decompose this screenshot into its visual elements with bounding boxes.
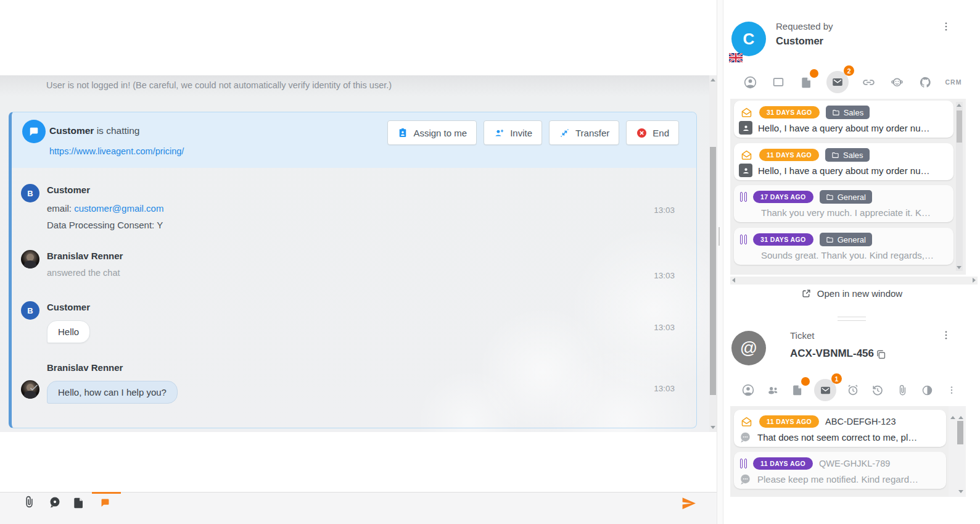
message-event: answered the chat <box>47 268 120 278</box>
more-tabs-icon[interactable] <box>944 382 960 398</box>
email-label: email: <box>47 203 72 214</box>
contact-list-hscrollbar[interactable] <box>730 277 978 285</box>
contact-list-scrollbar[interactable] <box>956 102 963 271</box>
assign-to-me-label: Assign to me <box>413 128 467 138</box>
session-url-link[interactable]: https://www.liveagent.com/pricing/ <box>49 146 184 156</box>
copy-icon[interactable] <box>875 349 887 360</box>
ticket-preview: Sounds great. Thank you. Kind regards,… <box>761 250 947 260</box>
attach-file-icon[interactable] <box>22 495 36 509</box>
chat-message-tab-icon[interactable] <box>48 496 62 509</box>
related-ticket-card[interactable]: 11 DAYS AGO QWE-GHJKL-789 Please keep me… <box>734 452 946 489</box>
crm-label: CRM <box>945 78 961 86</box>
attachments-tab-icon[interactable] <box>894 382 910 398</box>
session-actions: Assign to me Invite Transfer End <box>387 120 679 145</box>
chat-scrollbar[interactable] <box>709 75 717 432</box>
sla-tab-icon[interactable] <box>919 382 935 398</box>
ticket-card[interactable]: 17 DAYS AGO General Thank you very much.… <box>734 185 953 222</box>
scrollbar-thumb[interactable] <box>957 421 963 444</box>
contact-menu-button[interactable] <box>941 21 952 32</box>
history-tab-icon[interactable] <box>870 382 886 398</box>
ticket-card[interactable]: 11 DAYS AGO Sales Hello, I have a query … <box>734 143 953 180</box>
pause-icon <box>740 235 747 244</box>
email-link[interactable]: customer@gmail.com <box>74 203 163 214</box>
related-ticket-card[interactable]: 11 DAYS AGO ABC-DEFGH-123 That does not … <box>734 410 946 447</box>
scroll-down-arrow[interactable] <box>710 426 715 429</box>
reminders-tab-icon[interactable] <box>845 382 861 398</box>
scrollbar-thumb[interactable] <box>957 110 962 143</box>
ticket-code[interactable]: ACX-VBNML-456 <box>790 347 874 360</box>
related-list-scroll-zone[interactable] <box>949 406 966 497</box>
panel-splitter[interactable] <box>717 0 723 524</box>
session-author: Customer <box>49 125 94 136</box>
ticket-age-badge: 11 DAYS AGO <box>759 149 819 161</box>
message-compose-area[interactable] <box>0 432 717 492</box>
ticket-preview: Hello, I have a query about my order nu… <box>758 165 947 176</box>
participants-tab-icon[interactable] <box>765 382 781 398</box>
related-count-badge: 1 <box>831 373 842 384</box>
customer-avatar: B <box>21 184 39 202</box>
open-envelope-icon <box>740 149 753 162</box>
ticket-avatar[interactable]: @ <box>731 331 766 365</box>
ticket-menu-button[interactable] <box>941 330 952 341</box>
details-sidebar: C Requested by Customer 2 CRM 31 DAYS AG… <box>723 0 980 524</box>
customer-avatar: B <box>21 301 39 320</box>
related-tickets-tab-icon-selected[interactable]: 1 <box>814 379 836 401</box>
end-chat-button[interactable]: End <box>626 120 679 145</box>
department-badge: General <box>820 190 872 204</box>
transfer-label: Transfer <box>575 128 609 138</box>
chat-scrollbar-thumb[interactable] <box>710 147 716 395</box>
ticket-age-badge: 11 DAYS AGO <box>753 457 813 470</box>
tickets-count-badge: 2 <box>844 65 854 76</box>
session-status: is chatting <box>97 125 140 136</box>
message-time: 13:03 <box>654 384 675 393</box>
ticket-preview: Hello, I have a query about my order nu… <box>758 123 947 133</box>
assign-to-me-button[interactable]: Assign to me <box>387 120 477 145</box>
delivered-check-icon <box>28 382 39 393</box>
ticket-age-badge: 11 DAYS AGO <box>759 415 819 428</box>
scroll-right-arrow[interactable] <box>973 278 976 283</box>
contact-details-tab-icon[interactable] <box>742 74 758 90</box>
ticket-section-title: Ticket <box>790 330 814 341</box>
message-author: Branislav Renner <box>47 362 123 373</box>
pause-icon <box>740 192 747 202</box>
notes-tab-icon[interactable] <box>798 74 814 90</box>
contact-avatar[interactable]: C <box>731 22 766 56</box>
contact-square-icon <box>739 164 752 177</box>
scroll-down-arrow[interactable] <box>958 490 963 493</box>
contact-square-icon <box>739 121 752 135</box>
section-divider-handle[interactable] <box>838 317 866 321</box>
ticket-preview: That does not seem correct to me, pl… <box>757 432 940 443</box>
open-in-new-window-link[interactable]: Open in new window <box>723 288 980 299</box>
contact-name[interactable]: Customer <box>776 35 823 47</box>
chat-message-area[interactable]: User is not logged in! (Be careful, we c… <box>0 75 709 432</box>
contact-section-title: Requested by <box>776 21 833 31</box>
ticket-card[interactable]: 31 DAYS AGO General Sounds great. Thank … <box>734 228 953 265</box>
scroll-up-arrow[interactable] <box>710 78 715 81</box>
department-badge: Sales <box>826 106 870 119</box>
github-tab-icon[interactable] <box>917 74 933 90</box>
department-badge: Sales <box>825 148 870 162</box>
scroll-up-arrow[interactable] <box>958 416 963 419</box>
crm-tab-icon[interactable]: CRM <box>945 74 961 90</box>
chat-flag-tab-icon[interactable] <box>99 497 111 509</box>
scroll-down-arrow[interactable] <box>957 266 961 269</box>
browser-sessions-tab-icon[interactable] <box>770 74 786 90</box>
scroll-up-arrow[interactable] <box>950 416 955 419</box>
contact-tickets-list: 31 DAYS AGO Sales Hello, I have a query … <box>730 99 966 275</box>
send-icon[interactable] <box>681 496 696 511</box>
invite-button[interactable]: Invite <box>484 120 542 145</box>
mailchimp-tab-icon[interactable] <box>889 74 905 90</box>
tickets-tab-icon-selected[interactable]: 2 <box>826 71 849 93</box>
scroll-up-arrow[interactable] <box>957 104 961 107</box>
notes-tab-icon[interactable] <box>72 496 85 509</box>
ticket-card[interactable]: 31 DAYS AGO Sales Hello, I have a query … <box>734 101 953 138</box>
ticket-contact-tab-icon[interactable] <box>740 382 756 398</box>
message-time: 13:03 <box>654 323 675 332</box>
related-tickets-list: 11 DAYS AGO ABC-DEFGH-123 That does not … <box>730 406 966 497</box>
link-tab-icon[interactable] <box>861 74 877 90</box>
scroll-left-arrow[interactable] <box>732 278 735 283</box>
ticket-notes-tab-icon[interactable] <box>789 382 805 398</box>
transfer-button[interactable]: Transfer <box>549 120 619 145</box>
active-tab-indicator <box>92 492 121 494</box>
message-time: 13:03 <box>654 206 675 215</box>
